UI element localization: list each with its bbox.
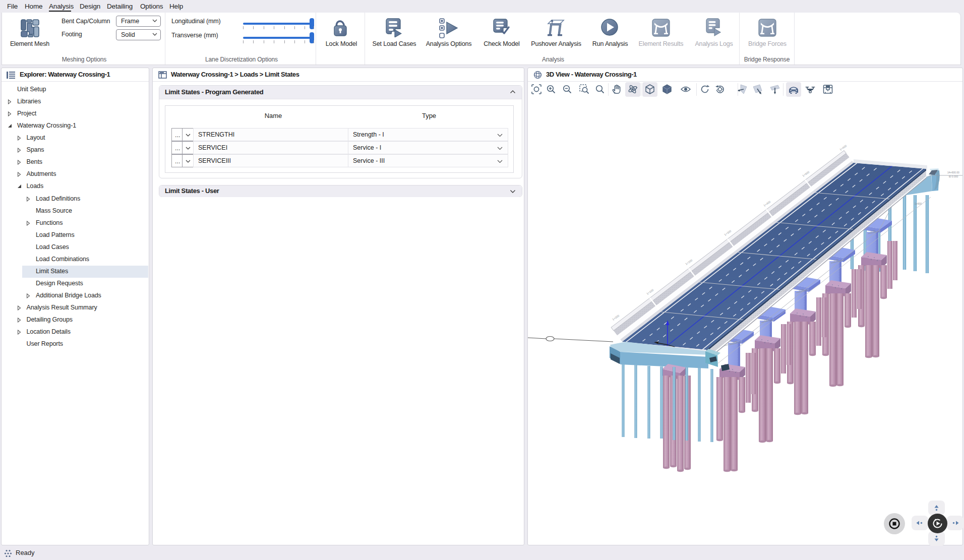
svg-text:1+500: 1+500 (802, 170, 810, 177)
svg-text:1+600: 1+600 (839, 144, 847, 151)
svg-text:1+300: 1+300 (724, 229, 732, 236)
svg-text:1+000: 1+000 (612, 314, 620, 321)
svg-text:1+200: 1+200 (685, 259, 693, 266)
svg-text:1+400: 1+400 (763, 200, 771, 207)
svg-text:14+600.00: 14+600.00 (947, 171, 959, 174)
svg-text:1+100: 1+100 (646, 288, 654, 295)
